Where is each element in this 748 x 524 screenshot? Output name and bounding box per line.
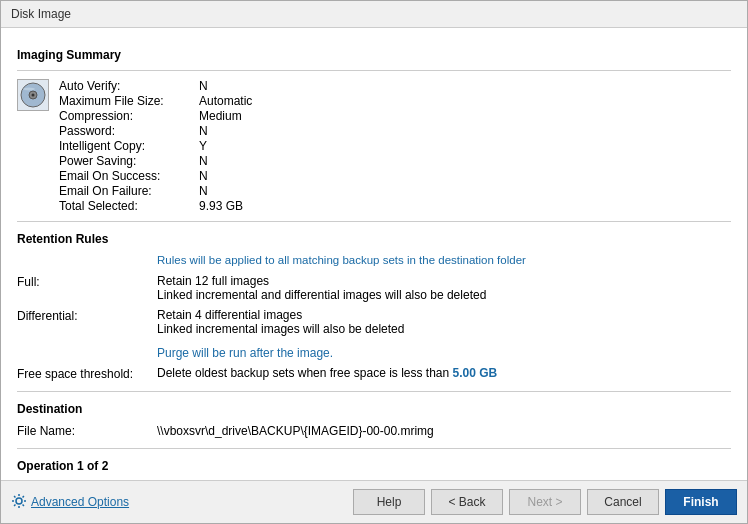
- bottom-buttons: Help < Back Next > Cancel Finish: [353, 489, 737, 515]
- free-space-label: Free space threshold:: [17, 366, 157, 381]
- content-area: Imaging Summary Auto Verify: N Maximum F…: [1, 28, 747, 480]
- retention-table: Full: Retain 12 full images Linked incre…: [17, 274, 731, 381]
- bottom-bar: Advanced Options Help < Back Next > Canc…: [1, 480, 747, 523]
- power-saving-label: Power Saving:: [59, 154, 199, 168]
- svg-point-6: [16, 498, 22, 504]
- email-success-label: Email On Success:: [59, 169, 199, 183]
- imaging-summary-title: Imaging Summary: [17, 48, 731, 62]
- free-space-size: 5.00 GB: [453, 366, 498, 380]
- divider-3: [17, 391, 731, 392]
- divider-1: [17, 70, 731, 71]
- password-value: N: [199, 124, 731, 138]
- auto-verify-value: N: [199, 79, 731, 93]
- compression-value: Medium: [199, 109, 731, 123]
- full-label: Full:: [17, 274, 157, 302]
- total-selected-label: Total Selected:: [59, 199, 199, 213]
- back-button[interactable]: < Back: [431, 489, 503, 515]
- advanced-options-link[interactable]: Advanced Options: [11, 493, 129, 512]
- file-name-value: \\vboxsvr\d_drive\BACKUP\{IMAGEID}-00-00…: [157, 424, 731, 438]
- summary-table: Auto Verify: N Maximum File Size: Automa…: [59, 79, 731, 213]
- intelligent-copy-label: Intelligent Copy:: [59, 139, 199, 153]
- file-name-label: File Name:: [17, 424, 157, 438]
- destination-table: File Name: \\vboxsvr\d_drive\BACKUP\{IMA…: [17, 424, 731, 438]
- retention-rules-title: Retention Rules: [17, 232, 731, 246]
- retention-description: Rules will be applied to all matching ba…: [157, 254, 731, 266]
- destination-title: Destination: [17, 402, 731, 416]
- advanced-options-label: Advanced Options: [31, 495, 129, 509]
- email-failure-value: N: [199, 184, 731, 198]
- email-failure-label: Email On Failure:: [59, 184, 199, 198]
- operation-title: Operation 1 of 2: [17, 459, 731, 473]
- power-saving-value: N: [199, 154, 731, 168]
- differential-values: Retain 4 differential images Linked incr…: [157, 308, 731, 336]
- differential-line2: Linked incremental images will also be d…: [157, 322, 731, 336]
- differential-line1: Retain 4 differential images: [157, 308, 731, 322]
- svg-point-2: [32, 94, 35, 97]
- free-space-value: Delete oldest backup sets when free spac…: [157, 366, 731, 381]
- divider-4: [17, 448, 731, 449]
- help-button[interactable]: Help: [353, 489, 425, 515]
- free-space-text: Delete oldest backup sets when free spac…: [157, 366, 453, 380]
- svg-point-3: [23, 88, 35, 91]
- auto-verify-label: Auto Verify:: [59, 79, 199, 93]
- next-button[interactable]: Next >: [509, 489, 581, 515]
- advanced-options-icon: [11, 493, 27, 512]
- max-file-size-value: Automatic: [199, 94, 731, 108]
- window-title: Disk Image: [11, 7, 71, 21]
- main-window: Disk Image Imaging Summary Auto Verify: …: [0, 0, 748, 524]
- imaging-summary-block: Auto Verify: N Maximum File Size: Automa…: [17, 79, 731, 213]
- total-selected-value: 9.93 GB: [199, 199, 731, 213]
- divider-2: [17, 221, 731, 222]
- full-values: Retain 12 full images Linked incremental…: [157, 274, 731, 302]
- full-line1: Retain 12 full images: [157, 274, 731, 288]
- cancel-button[interactable]: Cancel: [587, 489, 659, 515]
- intelligent-copy-value: Y: [199, 139, 731, 153]
- max-file-size-label: Maximum File Size:: [59, 94, 199, 108]
- gear-icon: [11, 493, 27, 509]
- title-bar: Disk Image: [1, 1, 747, 28]
- finish-button[interactable]: Finish: [665, 489, 737, 515]
- compression-label: Compression:: [59, 109, 199, 123]
- disk-icon: [17, 79, 49, 111]
- differential-label: Differential:: [17, 308, 157, 336]
- password-label: Password:: [59, 124, 199, 138]
- purge-note: Purge will be run after the image.: [157, 346, 731, 360]
- email-success-value: N: [199, 169, 731, 183]
- full-line2: Linked incremental and differential imag…: [157, 288, 731, 302]
